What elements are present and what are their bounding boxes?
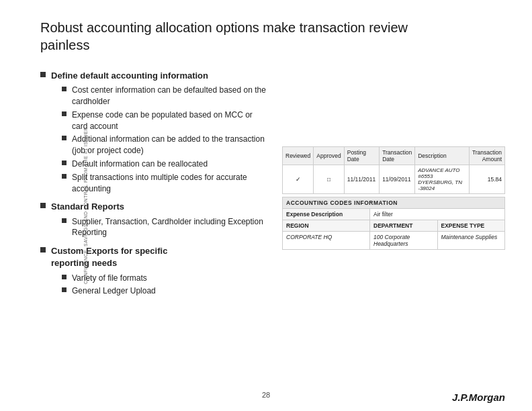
transaction-table: Reviewed Approved Posting Date Transacti…	[282, 146, 505, 194]
col-amount: TransactionAmount	[469, 147, 504, 165]
expense-desc-label: Expense Description	[283, 209, 370, 220]
cell-approved: □	[314, 165, 344, 194]
bullet-icon	[62, 287, 66, 292]
page-title: Robust accounting allocation options mak…	[40, 19, 505, 54]
expense-desc-value: Air filter	[370, 209, 504, 220]
section1-header: Define default accounting information	[40, 70, 269, 82]
col-transaction-date: TransactionDate	[380, 147, 415, 165]
bullet-icon	[62, 136, 66, 140]
col-description: Description	[415, 147, 470, 165]
region-value: CORPORATE HQ	[283, 232, 370, 249]
section3-header: Custom Exports for specificreporting nee…	[40, 245, 269, 269]
page-number: 28	[262, 391, 270, 399]
region-header: REGION	[283, 220, 370, 231]
bullet-icon	[62, 218, 66, 223]
page-container: CONFIDENCE, SAVINGS AND CONTROL FROM THE…	[0, 0, 532, 411]
bullet-icon	[40, 203, 46, 208]
bullet-icon	[40, 247, 46, 253]
cell-description: ADVANCE AUTO #6553 DYERSBURG, TN -38024	[415, 165, 470, 194]
cell-amount: 15.84	[469, 165, 504, 194]
department-header: DEPARTMENT	[370, 220, 438, 231]
expense-type-value: Maintenance Supplies	[438, 232, 505, 249]
bullet-icon	[62, 174, 66, 179]
bullet-icon	[40, 72, 46, 77]
jpmorgan-logo: J.P.Morgan	[452, 392, 505, 403]
bullet-icon	[62, 87, 66, 91]
accounting-values-row: CORPORATE HQ 100 Corporate Headquarters …	[283, 231, 504, 249]
bullet-icon	[62, 161, 66, 165]
left-column: Define default accounting information Co…	[40, 66, 269, 299]
section3-item2: General Ledger Upload	[51, 285, 269, 297]
cell-posting-date: 11/11/2011	[344, 165, 379, 194]
bullet-icon	[62, 275, 66, 279]
cell-transaction-date: 11/09/2011	[380, 165, 415, 194]
section1-item1: Cost center information can be defaulted…	[51, 85, 269, 107]
cell-reviewed: ✓	[283, 165, 314, 194]
accounting-section: ACCOUNTING CODES INFORMATION Expense Des…	[282, 197, 505, 250]
col-posting-date: Posting Date	[344, 147, 379, 165]
expense-type-header: EXPENSE TYPE	[438, 220, 505, 231]
bullet-icon	[62, 111, 66, 116]
accounting-header: ACCOUNTING CODES INFORMATION	[283, 197, 504, 208]
table-row: ✓ □ 11/11/2011 11/09/2011 ADVANCE AUTO #…	[283, 165, 505, 194]
accounting-headers-row: REGION DEPARTMENT EXPENSE TYPE	[283, 220, 504, 231]
sidebar-text: CONFIDENCE, SAVINGS AND CONTROL FROM THE…	[83, 127, 88, 284]
col-approved: Approved	[314, 147, 344, 165]
section2-header: Standard Reports	[40, 201, 269, 213]
col-reviewed: Reviewed	[283, 147, 314, 165]
department-value: 100 Corporate Headquarters	[370, 232, 438, 249]
content-area: Define default accounting information Co…	[40, 66, 505, 299]
right-column: Reviewed Approved Posting Date Transacti…	[282, 146, 505, 299]
expense-description-row: Expense Description Air filter	[283, 208, 504, 220]
